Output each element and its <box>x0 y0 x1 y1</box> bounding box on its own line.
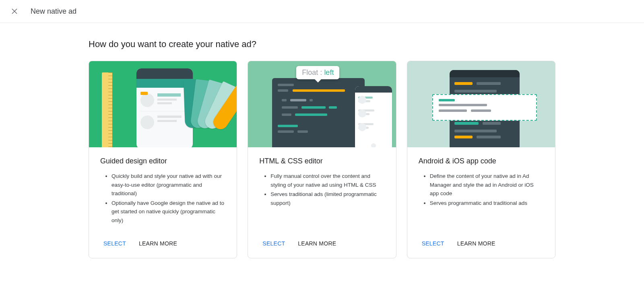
card-bullets: Fully manual control over the content an… <box>259 172 384 226</box>
card-bullets: Define the content of your native ad in … <box>419 172 544 226</box>
select-button[interactable]: SELECT <box>419 237 448 250</box>
illustration-app-code <box>407 61 555 147</box>
learn-more-button[interactable]: LEARN MORE <box>136 237 180 250</box>
card-app-code: Android & iOS app code Define the conten… <box>407 61 555 258</box>
bullet-item: Serves programmatic and traditional ads <box>430 199 544 208</box>
bullet-item: Serves traditional ads (limited programm… <box>270 190 384 207</box>
bullet-item: Fully manual control over the content an… <box>270 172 384 189</box>
learn-more-button[interactable]: LEARN MORE <box>454 237 499 250</box>
card-title: Android & iOS app code <box>419 157 544 165</box>
illustration-html-css: Float : left <box>248 61 396 147</box>
select-button[interactable]: SELECT <box>259 237 288 250</box>
bullet-item: Define the content of your native ad in … <box>430 172 544 198</box>
card-title: HTML & CSS editor <box>259 157 384 165</box>
card-html-css: Float : left <box>248 61 396 258</box>
select-button[interactable]: SELECT <box>100 237 129 250</box>
question-heading: How do you want to create your native ad… <box>89 39 555 49</box>
illustration-guided-design <box>89 61 237 147</box>
page-title: New native ad <box>31 7 76 16</box>
page-header: New native ad <box>0 0 644 23</box>
cards-container: Guided design editor Quickly build and s… <box>89 61 555 258</box>
card-title: Guided design editor <box>100 157 225 165</box>
bullet-item: Quickly build and style your native ad w… <box>111 172 225 198</box>
close-icon <box>11 8 18 15</box>
card-guided-design: Guided design editor Quickly build and s… <box>89 61 237 258</box>
learn-more-button[interactable]: LEARN MORE <box>295 237 339 250</box>
close-button[interactable] <box>10 6 19 16</box>
main-content: How do you want to create your native ad… <box>80 23 564 274</box>
card-bullets: Quickly build and style your native ad w… <box>100 172 225 226</box>
css-tooltip: Float : left <box>296 66 339 79</box>
bullet-item: Optionally have Google design the native… <box>111 199 225 225</box>
